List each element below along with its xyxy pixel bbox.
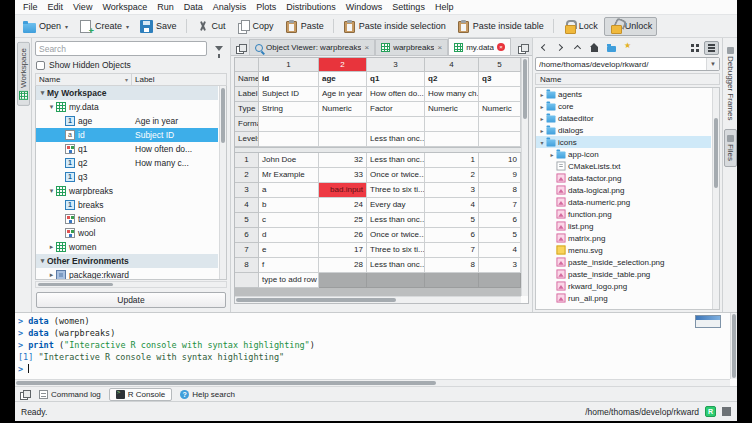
- size-grip[interactable]: [722, 407, 731, 416]
- meta-cell[interactable]: How often do...: [367, 87, 425, 102]
- collapse-icon[interactable]: ▾: [38, 257, 47, 265]
- file-item-menu-svg[interactable]: menu.svg: [536, 244, 711, 256]
- meta-cell[interactable]: Less than onc...: [367, 132, 425, 147]
- cut-button[interactable]: Cut: [191, 17, 231, 36]
- copy-button[interactable]: Copy: [232, 17, 279, 36]
- tree-item-id[interactable]: idSubject ID: [36, 128, 218, 142]
- collapse-icon[interactable]: ▾: [47, 103, 56, 111]
- tree-item-other-environments[interactable]: ▾Other Environments: [36, 254, 218, 268]
- data-cell[interactable]: 1: [425, 153, 479, 168]
- data-cell[interactable]: Mr Example: [259, 168, 319, 183]
- meta-cell[interactable]: [479, 132, 521, 147]
- data-cell[interactable]: c: [259, 213, 319, 228]
- scrollbar-handle[interactable]: [714, 118, 718, 188]
- modified-close-icon[interactable]: ×: [497, 43, 505, 51]
- data-cell[interactable]: Less than onc...: [367, 213, 425, 228]
- data-cell[interactable]: Less than onc...: [367, 258, 425, 273]
- data-cell[interactable]: Three to six ti...: [367, 183, 425, 198]
- row-header-4[interactable]: 4: [235, 198, 259, 213]
- data-cell[interactable]: 6: [425, 228, 479, 243]
- tree-item-package-rkward[interactable]: ▸package:rkward: [36, 268, 218, 280]
- file-item-data-logical-png[interactable]: data-logical.png: [536, 184, 711, 196]
- console-vscrollbar[interactable]: [730, 313, 737, 379]
- row-header-name[interactable]: Name: [235, 72, 259, 87]
- data-cell[interactable]: e: [259, 243, 319, 258]
- file-item-core[interactable]: ▸core: [536, 100, 711, 112]
- r-console[interactable]: > data (women)> data (warpbreaks)> print…: [15, 312, 737, 386]
- meta-cell[interactable]: q1: [367, 72, 425, 87]
- meta-cell[interactable]: [259, 132, 319, 147]
- meta-cell[interactable]: Numeric: [319, 102, 367, 117]
- meta-cell[interactable]: Numeric: [425, 102, 479, 117]
- meta-cell[interactable]: [259, 117, 319, 132]
- column-header-name[interactable]: Name▾: [36, 74, 132, 85]
- file-item-agents[interactable]: ▸agents: [536, 88, 711, 100]
- data-cell[interactable]: 26: [319, 228, 367, 243]
- close-icon[interactable]: ×: [364, 44, 369, 52]
- file-item-matrix-png[interactable]: matrix.png: [536, 232, 711, 244]
- column-header-3[interactable]: 3: [367, 58, 425, 72]
- menu-item-plots[interactable]: Plots: [251, 0, 281, 15]
- meta-cell[interactable]: Age in year: [319, 87, 367, 102]
- bottom-tab-help-search[interactable]: Help search: [173, 388, 242, 401]
- expand-icon[interactable]: ▸: [538, 91, 546, 98]
- workspace-vertical-tab[interactable]: Workspace: [17, 42, 30, 106]
- meta-cell[interactable]: [425, 117, 479, 132]
- row-header-label[interactable]: Label: [235, 87, 259, 102]
- data-cell[interactable]: 7: [425, 243, 479, 258]
- data-cell[interactable]: 25: [319, 213, 367, 228]
- unlock-button[interactable]: Unlock: [604, 17, 658, 36]
- data-cell[interactable]: 8: [425, 258, 479, 273]
- tree-item-q3[interactable]: q3: [36, 170, 218, 184]
- paste-inside-selection-button[interactable]: Paste inside selection: [338, 17, 451, 36]
- files-column-header[interactable]: Name: [535, 73, 720, 85]
- data-cell[interactable]: b: [259, 198, 319, 213]
- data-cell[interactable]: bad.input: [319, 183, 367, 198]
- meta-cell[interactable]: [319, 117, 367, 132]
- column-header-5[interactable]: 5: [479, 58, 521, 72]
- scrollbar-handle[interactable]: [38, 283, 113, 286]
- bottom-tab-r-console[interactable]: R Console: [109, 388, 172, 401]
- data-cell[interactable]: 4: [425, 198, 479, 213]
- file-item-list-png[interactable]: list.png: [536, 220, 711, 232]
- add-row-cell[interactable]: type to add row: [259, 273, 319, 288]
- menu-item-distributions[interactable]: Distributions: [281, 0, 341, 15]
- data-cell[interactable]: 5: [479, 228, 521, 243]
- collapse-icon[interactable]: ▾: [47, 187, 56, 195]
- data-cell[interactable]: John Doe: [259, 153, 319, 168]
- data-cell[interactable]: 2: [425, 168, 479, 183]
- icon-view-button[interactable]: [687, 41, 702, 55]
- file-item-rkward-logo-png[interactable]: rkward_logo.png: [536, 280, 711, 292]
- meta-cell[interactable]: Numeric: [479, 102, 521, 117]
- files-vscrollbar[interactable]: [712, 88, 719, 309]
- file-item-function-png[interactable]: function.png: [536, 208, 711, 220]
- tree-item-my-data[interactable]: ▾my.data: [36, 100, 218, 114]
- meta-cell[interactable]: id: [259, 72, 319, 87]
- expand-icon[interactable]: ▸: [47, 271, 56, 279]
- forward-button[interactable]: [553, 41, 568, 55]
- expand-icon[interactable]: ▸: [538, 115, 546, 122]
- data-cell[interactable]: 33: [319, 168, 367, 183]
- dock-tab-files[interactable]: Files: [724, 129, 737, 167]
- path-combobox[interactable]: /home/thomas/develop/rkward/ ▼: [535, 57, 720, 71]
- meta-cell[interactable]: [479, 117, 521, 132]
- data-cell[interactable]: Once or twice...: [367, 228, 425, 243]
- meta-cell[interactable]: How many ch...: [425, 87, 479, 102]
- data-cell[interactable]: 8: [479, 183, 521, 198]
- row-header-6[interactable]: 6: [235, 228, 259, 243]
- grid-vscrollbar[interactable]: [521, 58, 528, 296]
- menu-item-edit[interactable]: Edit: [43, 0, 69, 15]
- tree-item-q2[interactable]: q2How many c...: [36, 156, 218, 170]
- grid-hscrollbar[interactable]: [235, 296, 521, 303]
- meta-cell[interactable]: [367, 117, 425, 132]
- data-cell[interactable]: Three to six ti...: [367, 243, 425, 258]
- row-header-7[interactable]: 7: [235, 243, 259, 258]
- dock-tab-debugger-frames[interactable]: Debugger Frames: [724, 41, 737, 126]
- data-cell[interactable]: 32: [319, 153, 367, 168]
- row-header-3[interactable]: 3: [235, 183, 259, 198]
- row-header-type[interactable]: Type: [235, 102, 259, 117]
- meta-cell[interactable]: [319, 132, 367, 147]
- tree-item-women[interactable]: ▸women: [36, 240, 218, 254]
- filter-button[interactable]: [210, 41, 227, 56]
- tree-item-age[interactable]: ageAge in year: [36, 114, 218, 128]
